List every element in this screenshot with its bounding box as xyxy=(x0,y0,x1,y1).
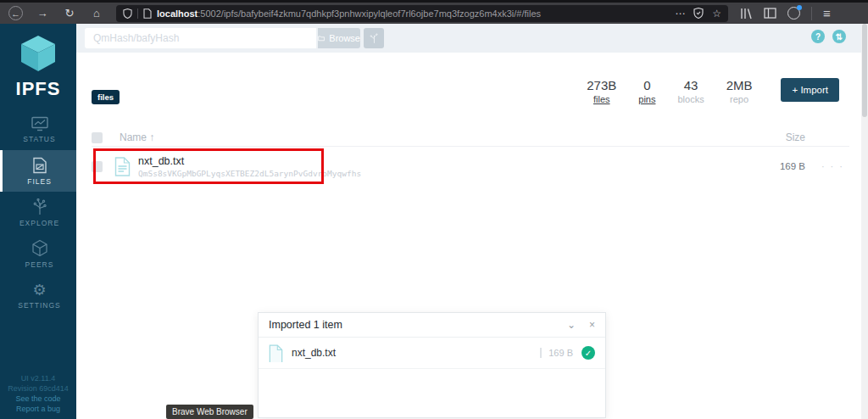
screen: ← → ↻ ⌂ localhost:5002/ipfs/bafybeif4zkm… xyxy=(0,0,868,419)
sidebar-item-label: EXPLORE xyxy=(19,219,59,227)
inspect-button[interactable] xyxy=(364,28,384,48)
dialog-title: Imported 1 item xyxy=(269,319,554,331)
url-bar[interactable]: localhost:5002/ipfs/bafybeif4zkmu7qdhkpf… xyxy=(116,5,728,22)
home-icon[interactable]: ⌂ xyxy=(89,6,104,21)
sidebar-item-label: FILES xyxy=(27,177,52,186)
explore-icon xyxy=(31,198,48,215)
close-icon[interactable]: × xyxy=(589,319,595,331)
sort-arrow-icon: ↑ xyxy=(149,131,154,143)
imported-dialog: Imported 1 item ⌄ × nxt_db.txt 169 B ✓ xyxy=(258,312,606,418)
stat-repo: 2MB repo xyxy=(726,78,753,104)
reload-icon[interactable]: ↻ xyxy=(62,6,77,21)
row-menu-icon[interactable]: · · · xyxy=(821,161,844,171)
ipfs-logo: IPFS xyxy=(16,34,61,100)
sapling-icon xyxy=(369,32,380,44)
sidebar-toggle-icon[interactable] xyxy=(764,8,776,19)
file-hash: QmSs8sVKGpMbGPLyqsXETBEZ2dL5arynPvGdvroM… xyxy=(138,169,361,178)
sidebar-item-settings[interactable]: ⚙ SETTINGS xyxy=(0,275,76,316)
sidebar-item-label: STATUS xyxy=(23,135,55,143)
see-code-link[interactable]: See the code xyxy=(0,394,76,404)
import-button[interactable]: + Import xyxy=(781,78,839,102)
library-icon[interactable] xyxy=(740,8,753,20)
name-column-header[interactable]: Name ↑ xyxy=(120,131,154,143)
imported-file-size: 169 B xyxy=(540,348,573,358)
help-icon[interactable]: ? xyxy=(811,30,825,43)
sidebar-item-label: SETTINGS xyxy=(18,301,61,310)
back-icon[interactable]: ← xyxy=(8,6,23,20)
file-name: nxt_db.txt xyxy=(138,155,361,167)
stat-label: files xyxy=(587,94,616,104)
browse-button[interactable]: Browse xyxy=(318,28,360,48)
peers-icon xyxy=(31,239,48,257)
bookmark-star-icon[interactable]: ☆ xyxy=(712,8,721,20)
stat-blocks: 43 blocks xyxy=(677,78,704,104)
brave-shield-icon[interactable] xyxy=(693,8,704,19)
divider xyxy=(811,7,812,20)
version-info: UI v2.11.4 Revision 69cd414 See the code… xyxy=(0,373,76,414)
collapse-icon[interactable]: ⌄ xyxy=(567,319,576,331)
revision: Revision 69cd414 xyxy=(0,383,76,394)
ui-version: UI v2.11.4 xyxy=(0,373,76,383)
page-icon xyxy=(143,8,152,19)
table-row[interactable]: nxt_db.txt QmSs8sVKGpMbGPLyqsXETBEZ2dL5a… xyxy=(92,148,849,185)
select-all-checkbox[interactable] xyxy=(92,132,103,143)
browser-toolbar: ← → ↻ ⌂ localhost:5002/ipfs/bafybeif4zkm… xyxy=(0,0,868,24)
sidebar: IPFS STATUS FILES EXPLORE PEERS ⚙ SETTIN… xyxy=(0,24,76,419)
taskbar-tooltip: Brave Web Browser xyxy=(166,405,253,419)
forward-icon[interactable]: → xyxy=(35,6,50,21)
transfer-icon[interactable]: ⇅ xyxy=(832,30,846,43)
ipfs-cube-icon xyxy=(18,34,58,73)
url-path: :5002/ipfs/bafybeif4zkmu7qdhkpf3pnhwxipy… xyxy=(198,8,541,19)
sidebar-item-explore[interactable]: EXPLORE xyxy=(0,192,76,233)
profile-icon[interactable] xyxy=(787,7,800,20)
status-icon xyxy=(31,116,49,131)
folder-icon xyxy=(318,34,325,42)
browse-label: Browse xyxy=(329,33,360,43)
stat-files[interactable]: 273B files xyxy=(587,78,616,104)
main-content: Browse ? ⇅ files 273B files 0 pins 43 bl… xyxy=(76,24,861,419)
url-host: localhost xyxy=(157,8,198,19)
tracking-shield-icon xyxy=(123,8,132,19)
success-check-icon: ✓ xyxy=(581,346,595,360)
name-header-label: Name xyxy=(120,131,147,143)
stat-label: repo xyxy=(726,94,753,104)
text-file-icon xyxy=(114,157,131,176)
divider xyxy=(137,8,138,19)
files-icon xyxy=(32,157,47,174)
table-header: Name ↑ Size xyxy=(92,129,849,147)
stat-label: blocks xyxy=(677,94,704,104)
stats-bar: 273B files 0 pins 43 blocks 2MB repo + I… xyxy=(587,78,839,104)
sidebar-item-status[interactable]: STATUS xyxy=(0,109,76,150)
sidebar-item-files[interactable]: FILES xyxy=(0,150,76,192)
app-menu-icon[interactable]: ≡ xyxy=(823,6,831,20)
ipfs-wordmark: IPFS xyxy=(16,78,61,100)
header-bar: Browse ? ⇅ xyxy=(76,24,861,53)
sidebar-item-peers[interactable]: PEERS xyxy=(0,233,76,275)
stat-pins[interactable]: 0 pins xyxy=(638,78,655,104)
page-actions-icon[interactable]: ⋯ xyxy=(675,8,685,20)
sidebar-item-label: PEERS xyxy=(25,260,54,269)
page-scrollbar[interactable] xyxy=(861,24,868,419)
file-size: 169 B xyxy=(780,161,805,171)
imported-item-row: nxt_db.txt 169 B ✓ xyxy=(259,338,605,369)
breadcrumb[interactable]: files xyxy=(92,90,120,104)
row-checkbox[interactable] xyxy=(92,161,103,172)
sidebar-nav: STATUS FILES EXPLORE PEERS ⚙ SETTINGS xyxy=(0,109,76,316)
hash-search-input[interactable] xyxy=(85,28,316,48)
file-icon xyxy=(269,344,283,362)
stat-value: 43 xyxy=(677,78,704,92)
stat-label: pins xyxy=(638,94,655,104)
dialog-header: Imported 1 item ⌄ × xyxy=(259,313,605,338)
scrollbar-thumb[interactable] xyxy=(862,24,867,117)
size-column-header[interactable]: Size xyxy=(786,131,805,143)
stat-value: 273B xyxy=(587,78,616,92)
stat-value: 0 xyxy=(638,78,655,92)
url-text[interactable]: localhost:5002/ipfs/bafybeif4zkmu7qdhkpf… xyxy=(157,8,670,19)
report-bug-link[interactable]: Report a bug xyxy=(0,404,76,414)
settings-gear-icon: ⚙ xyxy=(32,282,46,298)
stat-value: 2MB xyxy=(726,78,753,92)
imported-file-name: nxt_db.txt xyxy=(292,347,540,359)
